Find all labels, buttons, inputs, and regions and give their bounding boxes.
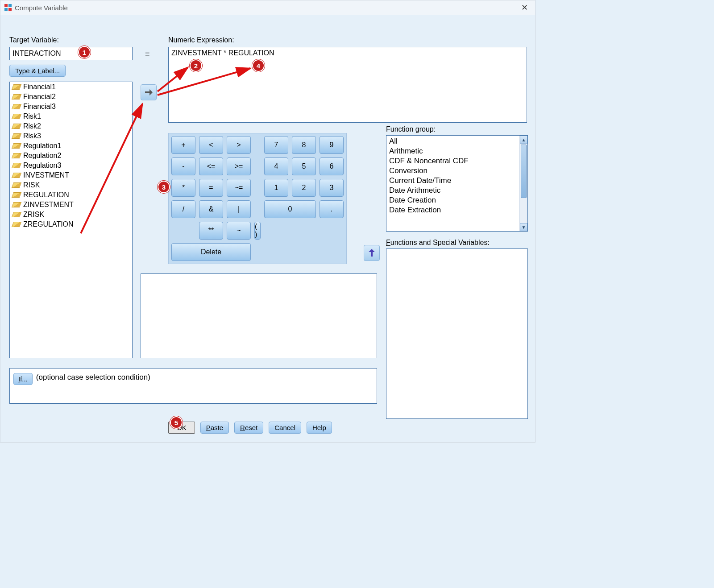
- close-icon[interactable]: ✕: [518, 3, 531, 12]
- calc--key[interactable]: /: [171, 200, 195, 218]
- if-button[interactable]: If...: [13, 373, 33, 385]
- variable-item[interactable]: REGULATION: [10, 190, 132, 200]
- paste-button[interactable]: Paste: [200, 422, 229, 434]
- type-and-label-button[interactable]: Type & Label...: [9, 65, 66, 77]
- calc--key[interactable]: ~=: [227, 179, 251, 197]
- variable-name: Regulation3: [23, 161, 61, 170]
- ruler-icon: [12, 104, 21, 109]
- annotation-badge-5: 5: [170, 416, 183, 429]
- calc--key[interactable]: <: [199, 136, 223, 154]
- move-to-expression-button[interactable]: [141, 84, 157, 100]
- variable-name: Risk2: [23, 122, 41, 130]
- variable-name: Financial1: [23, 83, 56, 91]
- variable-item[interactable]: Regulation3: [10, 161, 132, 170]
- calc-8-key[interactable]: 8: [292, 136, 316, 154]
- calc-6-key[interactable]: 6: [320, 157, 344, 175]
- calc-1-key[interactable]: 1: [264, 179, 288, 197]
- ruler-icon: [12, 163, 21, 168]
- if-condition-text: (optional case selection condition): [36, 373, 150, 382]
- titlebar: Compute Variable ✕: [0, 0, 535, 15]
- calc--key[interactable]: &: [199, 200, 223, 218]
- variable-item[interactable]: Financial3: [10, 102, 132, 112]
- dialog-content: Target Variable: Type & Label... = Numer…: [0, 15, 535, 442]
- variable-name: Risk1: [23, 112, 41, 120]
- variable-item[interactable]: ZRISK: [10, 210, 132, 219]
- calc--key[interactable]: -: [171, 157, 195, 175]
- variable-name: INVESTMENT: [23, 171, 69, 179]
- functions-special-label: Functions and Special Variables:: [386, 239, 490, 247]
- function-group-item[interactable]: Arithmetic: [389, 146, 525, 156]
- reset-button[interactable]: Reset: [234, 422, 263, 434]
- function-group-item[interactable]: Current Date/Time: [389, 176, 525, 186]
- variable-item[interactable]: INVESTMENT: [10, 170, 132, 180]
- function-group-item[interactable]: Date Creation: [389, 195, 525, 205]
- variable-item[interactable]: Financial2: [10, 92, 132, 102]
- variable-item[interactable]: Regulation2: [10, 151, 132, 161]
- function-group-item[interactable]: Date Arithmetic: [389, 186, 525, 195]
- calculator-keypad: +<>789-<=>=456*=~=123/&|0.**~( )Delete: [168, 133, 347, 264]
- calc-9-key[interactable]: 9: [320, 136, 344, 154]
- move-to-functions-button[interactable]: [364, 245, 380, 261]
- scroll-down-icon[interactable]: ▼: [520, 223, 527, 231]
- ruler-icon: [12, 133, 21, 139]
- calc-Delete-button[interactable]: Delete: [171, 243, 251, 261]
- variable-name: REGULATION: [23, 191, 69, 199]
- variable-name: RISK: [23, 181, 40, 189]
- ruler-icon: [12, 192, 21, 198]
- ruler-icon: [12, 124, 21, 129]
- function-group-item[interactable]: CDF & Noncentral CDF: [389, 156, 525, 166]
- variable-item[interactable]: ZREGULATION: [10, 219, 132, 229]
- calc--key[interactable]: >=: [227, 157, 251, 175]
- variable-item[interactable]: Risk1: [10, 112, 132, 121]
- variable-item[interactable]: Risk3: [10, 131, 132, 141]
- variable-list[interactable]: Financial1Financial2Financial3Risk1Risk2…: [9, 82, 133, 358]
- annotation-badge-1: 1: [78, 46, 91, 58]
- ruler-icon: [12, 153, 21, 158]
- calc--key[interactable]: >: [227, 136, 251, 154]
- numeric-expression-input[interactable]: ZINVESTMENT * REGULATION: [168, 47, 527, 123]
- target-variable-input[interactable]: [9, 47, 133, 60]
- functions-special-list[interactable]: [386, 248, 528, 419]
- calc--key[interactable]: ( ): [254, 222, 261, 240]
- calc--key[interactable]: **: [199, 222, 223, 240]
- cancel-button[interactable]: Cancel: [269, 422, 301, 434]
- function-group-item[interactable]: Date Extraction: [389, 205, 525, 215]
- function-group-item[interactable]: Conversion: [389, 166, 525, 176]
- calc-2-key[interactable]: 2: [292, 179, 316, 197]
- function-group-list[interactable]: AllArithmeticCDF & Noncentral CDFConvers…: [386, 135, 528, 232]
- variable-item[interactable]: ZINVESTMENT: [10, 200, 132, 210]
- calc--key[interactable]: <=: [199, 157, 223, 175]
- ruler-icon: [12, 182, 21, 188]
- variable-item[interactable]: RISK: [10, 180, 132, 190]
- variable-name: ZRISK: [23, 211, 44, 219]
- calc-0-key[interactable]: 0: [264, 200, 316, 218]
- scrollbar[interactable]: ▲ ▼: [519, 136, 527, 231]
- variable-name: Financial3: [23, 103, 56, 111]
- ruler-icon: [12, 94, 21, 99]
- numeric-expression-label: Numeric Expression:: [168, 36, 234, 44]
- variable-name: Financial2: [23, 93, 56, 101]
- calc-5-key[interactable]: 5: [292, 157, 316, 175]
- help-button[interactable]: Help: [307, 422, 332, 434]
- scroll-up-icon[interactable]: ▲: [520, 136, 527, 144]
- calc-3-key[interactable]: 3: [320, 179, 344, 197]
- calc--key[interactable]: ~: [227, 222, 251, 240]
- calc--key[interactable]: |: [227, 200, 251, 218]
- ruler-icon: [12, 143, 21, 149]
- function-group-label: Function group:: [386, 125, 436, 133]
- variable-name: Regulation1: [23, 142, 61, 150]
- variable-item[interactable]: Regulation1: [10, 141, 132, 151]
- calc--key[interactable]: *: [171, 179, 195, 197]
- variable-name: Regulation2: [23, 152, 61, 160]
- calc--key[interactable]: +: [171, 136, 195, 154]
- calc--key[interactable]: .: [320, 200, 344, 218]
- scrollbar-thumb[interactable]: [521, 145, 527, 198]
- variable-name: Risk3: [23, 132, 41, 140]
- dialog-buttons: OK Paste Reset Cancel Help: [168, 422, 332, 434]
- variable-item[interactable]: Risk2: [10, 121, 132, 131]
- function-group-item[interactable]: All: [389, 137, 525, 146]
- calc--key[interactable]: =: [199, 179, 223, 197]
- calc-7-key[interactable]: 7: [264, 136, 288, 154]
- calc-4-key[interactable]: 4: [264, 157, 288, 175]
- variable-item[interactable]: Financial1: [10, 82, 132, 92]
